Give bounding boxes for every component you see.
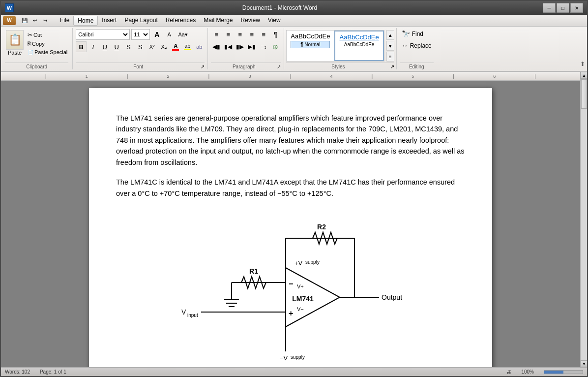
list-number-button[interactable]: ≡ xyxy=(223,29,234,40)
scroll-down-button[interactable]: ▼ xyxy=(581,360,587,367)
svg-text:V+: V+ xyxy=(297,283,304,289)
find-button[interactable]: 🔭 Find xyxy=(400,29,434,39)
font-group-footer: Font ↗ xyxy=(76,63,205,69)
circuit-diagram: R2 +V supply R1 xyxy=(116,209,465,367)
strikethrough-button[interactable]: S xyxy=(123,41,134,52)
decrease-indent-button[interactable]: ≡ xyxy=(246,29,257,40)
align-center-button[interactable]: ▮◀ xyxy=(223,41,234,52)
font-case-button[interactable]: Aa▾ xyxy=(176,29,190,40)
quick-save-btn[interactable]: 💾 xyxy=(20,16,29,25)
copy-button[interactable]: ⎘ Copy xyxy=(27,40,68,48)
clipboard-group: 📋 Paste ✂ Cut ⎘ Copy 📄 Paste Special xyxy=(3,28,73,69)
window-title: Document1 - Microsoft Word xyxy=(17,4,543,11)
menu-mail-merge[interactable]: Mail Merge xyxy=(200,16,236,26)
text-effect-icon: ab xyxy=(196,44,202,50)
menu-view[interactable]: View xyxy=(264,16,285,26)
menu-home[interactable]: Home xyxy=(73,16,98,26)
increase-indent-button[interactable]: ≡ xyxy=(258,29,269,40)
zoom-slider[interactable] xyxy=(544,370,583,374)
paste-label: Paste xyxy=(8,50,22,56)
scroll-track[interactable] xyxy=(581,79,587,360)
underline-button[interactable]: U xyxy=(99,41,110,52)
ribbon: 📋 Paste ✂ Cut ⎘ Copy 📄 Paste Special xyxy=(1,27,587,72)
cut-button[interactable]: ✂ Cut xyxy=(27,31,68,39)
font-color-button[interactable]: A xyxy=(170,41,181,52)
menu-review[interactable]: Review xyxy=(237,16,264,26)
underline2-button[interactable]: U xyxy=(111,41,122,52)
styles-down-button[interactable]: ▼ xyxy=(386,41,394,51)
paragraph-2[interactable]: The LM741C is identical to the LM741 and… xyxy=(116,177,465,199)
style-normal-label: ¶ Normal xyxy=(291,41,330,48)
scroll-thumb[interactable] xyxy=(581,79,587,109)
doc-area: |1|2|3|4|5|6| The LM741 series are gener… xyxy=(1,72,587,367)
align-left-button[interactable]: ◀▮ xyxy=(211,41,222,52)
paragraph-expand-icon[interactable]: ↗ xyxy=(277,64,281,69)
style-normal-item[interactable]: AaBbCcDdEe ¶ Normal xyxy=(287,31,334,61)
svg-text:−: − xyxy=(289,280,293,288)
scroll-up-button[interactable]: ▲ xyxy=(581,72,587,79)
minimize-button[interactable]: ─ xyxy=(543,3,556,13)
menu-insert[interactable]: Insert xyxy=(98,16,120,26)
font-expand-icon[interactable]: ↗ xyxy=(201,64,205,69)
paragraph-group-footer: Paragraph ↗ xyxy=(211,63,281,69)
close-button[interactable]: ✕ xyxy=(570,3,583,13)
svg-text:input: input xyxy=(187,313,198,318)
office-button[interactable]: W xyxy=(3,16,16,25)
editing-group-label: Editing xyxy=(400,63,434,69)
show-formatting-button[interactable]: ¶ xyxy=(270,29,281,40)
paste-special-label: Paste Special xyxy=(34,49,67,55)
line-spacing-button[interactable]: ≡↕ xyxy=(258,41,269,52)
paragraph-controls: ≡ ≡ ≡ ≡ ≡ ¶ ◀▮ ▮◀ ▮▶ ▶▮ ≡↕ ⊕ xyxy=(211,29,281,62)
subscript-button[interactable]: X₂ xyxy=(158,41,169,52)
view-print-button[interactable]: 🖨 xyxy=(506,369,511,375)
cut-icon: ✂ xyxy=(28,31,32,38)
list-multi-button[interactable]: ≡ xyxy=(235,29,245,40)
quick-redo-btn[interactable]: ↪ xyxy=(40,16,50,25)
font-grow-button[interactable]: A xyxy=(151,29,162,40)
highlight-button[interactable]: ab xyxy=(182,41,193,52)
maximize-button[interactable]: □ xyxy=(557,3,569,13)
svg-text:+: + xyxy=(289,309,293,317)
paste-special-button[interactable]: 📄 Paste Special xyxy=(27,49,68,56)
italic-button[interactable]: I xyxy=(88,41,98,52)
shading-button[interactable]: ⊕ xyxy=(270,41,281,52)
list-bullet-button[interactable]: ≡ xyxy=(211,29,222,40)
replace-button[interactable]: ↔ Replace xyxy=(400,41,434,50)
font-row1: Calibri 11 A A Aa▾ xyxy=(76,29,205,40)
menu-references[interactable]: References xyxy=(162,16,200,26)
replace-label: Replace xyxy=(410,42,432,49)
font-controls: Calibri 11 A A Aa▾ B I U U S S X² xyxy=(76,29,205,62)
vertical-scrollbar[interactable]: ▲ ▼ xyxy=(580,72,587,367)
styles-up-button[interactable]: ▲ xyxy=(386,30,394,40)
paste-button[interactable]: 📋 Paste xyxy=(5,29,25,57)
page-label: Page: 1 of 1 xyxy=(40,369,66,375)
doc-content-area: |1|2|3|4|5|6| The LM741 series are gener… xyxy=(1,72,580,367)
cut-label: Cut xyxy=(33,32,42,38)
styles-expand-button[interactable]: ≡ xyxy=(386,52,394,62)
align-justify-button[interactable]: ▶▮ xyxy=(246,41,257,52)
paragraph-1[interactable]: The LM741 series are general-purpose ope… xyxy=(116,113,465,168)
menu-file[interactable]: File xyxy=(56,16,73,26)
svg-text:supply: supply xyxy=(305,259,320,265)
copy-label: Copy xyxy=(32,41,45,47)
align-right-button[interactable]: ▮▶ xyxy=(235,41,245,52)
font-size-select[interactable]: 11 xyxy=(131,29,150,40)
ruler-marks: |1|2|3|4|5|6| xyxy=(30,74,551,79)
strikethrough2-button[interactable]: S xyxy=(135,41,146,52)
title-bar: W Document1 - Microsoft Word ─ □ ✕ xyxy=(1,1,587,15)
styles-expand-icon[interactable]: ↗ xyxy=(390,64,394,69)
text-effect-button[interactable]: ab xyxy=(194,41,205,52)
style-hyperlink-item[interactable]: AaBbCcDdEe AaBbCcDdEe xyxy=(334,31,383,61)
menu-page-layout[interactable]: Page Layout xyxy=(120,16,161,26)
page-scroll-area[interactable]: The LM741 series are general-purpose ope… xyxy=(1,81,580,367)
quick-undo-btn[interactable]: ↩ xyxy=(30,16,40,25)
clipboard-small-btns: ✂ Cut ⎘ Copy 📄 Paste Special xyxy=(27,29,68,56)
status-bar: Words: 102 Page: 1 of 1 🖨 100% xyxy=(1,367,587,376)
editing-group: 🔭 Find ↔ Replace Editing xyxy=(397,28,437,69)
bold-button[interactable]: B xyxy=(76,41,87,52)
superscript-button[interactable]: X² xyxy=(147,41,157,52)
font-face-select[interactable]: Calibri xyxy=(76,29,130,40)
font-shrink-button[interactable]: A xyxy=(164,29,175,40)
ribbon-expander[interactable]: ⬆ xyxy=(580,28,585,69)
style-normal-preview: AaBbCcDdEe xyxy=(291,32,330,40)
